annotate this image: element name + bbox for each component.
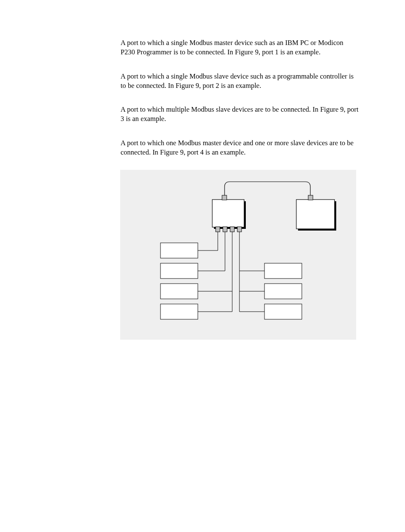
svg-rect-12 <box>160 284 198 299</box>
svg-rect-2 <box>222 195 227 200</box>
figure-9 <box>120 170 356 340</box>
paragraph-1: A port to which a single Modbus master d… <box>46 38 359 57</box>
document-page: A port to which a single Modbus master d… <box>0 0 405 532</box>
svg-rect-16 <box>264 304 302 319</box>
svg-rect-1 <box>212 200 244 227</box>
svg-rect-3 <box>216 227 220 232</box>
svg-rect-9 <box>308 195 313 200</box>
svg-rect-15 <box>264 284 302 299</box>
svg-rect-5 <box>230 227 234 232</box>
svg-rect-4 <box>223 227 227 232</box>
paragraph-2: A port to which a single Modbus slave de… <box>46 72 359 91</box>
svg-rect-11 <box>160 263 198 279</box>
svg-rect-14 <box>264 263 302 279</box>
paragraph-4: A port to which one Modbus master device… <box>46 138 359 158</box>
svg-rect-13 <box>160 304 198 319</box>
svg-rect-8 <box>296 200 335 229</box>
svg-rect-10 <box>160 243 198 258</box>
paragraph-3: A port to which multiple Modbus slave de… <box>46 105 359 124</box>
svg-rect-6 <box>237 227 242 232</box>
figure-svg <box>120 170 356 340</box>
